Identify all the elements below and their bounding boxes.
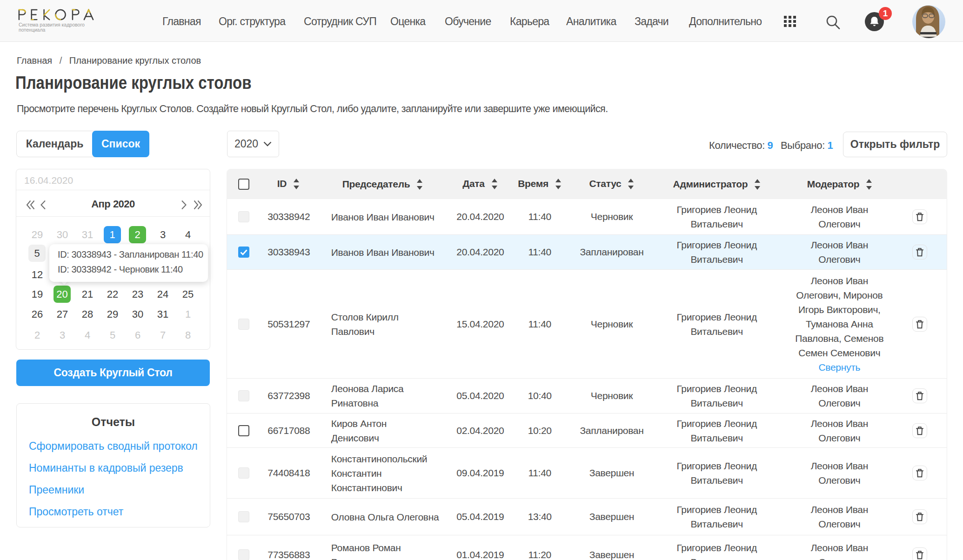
svg-text:Система развития кадрового: Система развития кадрового xyxy=(19,22,85,27)
svg-text:потенциала: потенциала xyxy=(19,27,46,33)
